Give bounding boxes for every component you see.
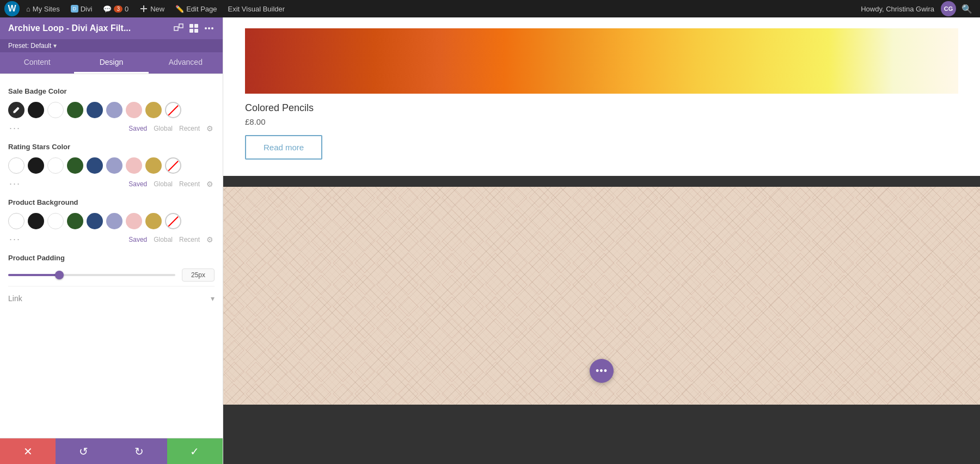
divi-label: Divi [81, 5, 93, 13]
product-name: Colored Pencils [245, 102, 958, 114]
color-swatch-gold[interactable] [145, 102, 162, 118]
undo-button[interactable]: ↺ [56, 438, 111, 464]
plus-icon [139, 4, 148, 13]
new-menu[interactable]: New [135, 0, 169, 17]
search-icon[interactable]: 🔍 [958, 4, 976, 14]
rating-stars-color-grid [8, 157, 215, 174]
svg-point-10 [211, 27, 213, 29]
product-bg-color-picker[interactable] [8, 213, 24, 229]
divi-menu[interactable]: D Divi [66, 0, 97, 17]
rating-stars-section-title: Rating Stars Color [8, 143, 215, 151]
maximize-icon[interactable] [173, 23, 184, 34]
comments-menu[interactable]: 💬 3 0 [99, 0, 133, 17]
svg-rect-5 [194, 24, 198, 28]
rating-swatch-white[interactable] [47, 157, 64, 174]
preset-label: Preset: Default [8, 42, 51, 50]
svg-point-9 [208, 27, 210, 29]
main-layout: Archive Loop - Divi Ajax Filt... Preset:… [0, 17, 980, 464]
rating-swatch-gold[interactable] [145, 157, 162, 174]
product-bg-global[interactable]: Global [154, 236, 173, 243]
rating-swatch-transparent[interactable] [165, 157, 181, 174]
tab-content[interactable]: Content [0, 52, 74, 74]
product-bg-swatch-lavender[interactable] [106, 213, 122, 229]
cancel-button[interactable]: ✕ [0, 438, 56, 464]
product-bg-saved[interactable]: Saved [128, 236, 147, 243]
more-options-icon[interactable] [204, 23, 215, 34]
tab-advanced[interactable]: Advanced [149, 52, 223, 74]
rating-swatch-dark-green[interactable] [67, 157, 83, 174]
sale-badge-dots[interactable]: ··· [9, 123, 21, 134]
sale-badge-global[interactable]: Global [154, 125, 173, 132]
avatar: CG [941, 1, 956, 16]
product-bg-recent[interactable]: Recent [179, 236, 200, 243]
product-bg-dots[interactable]: ··· [9, 234, 21, 245]
rating-global[interactable]: Global [154, 180, 173, 188]
color-swatch-light-pink[interactable] [126, 102, 142, 118]
svg-rect-7 [194, 29, 198, 33]
product-bg-swatch-light-pink[interactable] [126, 213, 142, 229]
color-swatch-lavender[interactable] [106, 102, 122, 118]
product-image [245, 28, 958, 94]
comment-zero: 0 [125, 5, 128, 13]
product-bg-swatch-white[interactable] [47, 213, 64, 229]
panel-title: Archive Loop - Divi Ajax Filt... [8, 23, 131, 33]
product-bg-swatch-gold[interactable] [145, 213, 162, 229]
slider-value[interactable]: 25px [182, 268, 215, 282]
color-swatch-white[interactable] [47, 102, 64, 118]
rating-recent[interactable]: Recent [179, 180, 200, 188]
sale-badge-gear[interactable]: ⚙ [206, 124, 213, 133]
panel-header-icons [173, 23, 215, 34]
slider-track[interactable] [8, 274, 175, 276]
floating-dots-button[interactable]: ••• [590, 359, 614, 383]
tab-design[interactable]: Design [74, 52, 148, 74]
exit-visual-builder[interactable]: Exit Visual Builder [224, 0, 290, 17]
bottom-action-bar: ✕ ↺ ↻ ✓ [0, 438, 223, 464]
rating-saved[interactable]: Saved [128, 180, 147, 188]
product-bg-gear[interactable]: ⚙ [206, 235, 213, 244]
product-bg-swatch-navy[interactable] [87, 213, 103, 229]
tabs: Content Design Advanced [0, 52, 223, 74]
product-bg-swatch-dark-green[interactable] [67, 213, 83, 229]
product-price: £8.00 [245, 117, 958, 126]
pencil-icon-3 [13, 217, 20, 225]
product-section: Colored Pencils £8.00 Read more [223, 17, 980, 176]
color-swatch-transparent[interactable] [165, 102, 181, 118]
rating-swatch-lavender[interactable] [106, 157, 122, 174]
slider-thumb[interactable] [55, 271, 64, 279]
pencil-icon-2 [13, 162, 20, 169]
save-button[interactable]: ✓ [167, 438, 223, 464]
svg-rect-2 [174, 27, 178, 30]
wordpress-icon[interactable]: W [4, 1, 20, 16]
product-bg-swatch-transparent[interactable] [165, 213, 181, 229]
rating-swatch-navy[interactable] [87, 157, 103, 174]
sale-badge-recent[interactable]: Recent [179, 125, 200, 132]
user-greeting[interactable]: Howdy, Christina Gwira [856, 0, 939, 17]
link-title: Link [8, 294, 22, 303]
color-swatch-dark-green[interactable] [67, 102, 83, 118]
redo-button[interactable]: ↻ [112, 438, 167, 464]
rating-gear[interactable]: ⚙ [206, 180, 213, 188]
rating-stars-color-picker[interactable] [8, 157, 24, 174]
read-more-button[interactable]: Read more [245, 135, 322, 160]
svg-rect-3 [179, 24, 183, 28]
svg-rect-1 [140, 8, 147, 9]
my-sites-menu[interactable]: ⌂ My Sites [22, 0, 64, 17]
product-bg-color-grid [8, 213, 215, 229]
rating-swatch-black[interactable] [28, 157, 44, 174]
rating-swatch-light-pink[interactable] [126, 157, 142, 174]
edit-page-menu[interactable]: ✏️ Edit Page [171, 0, 221, 17]
pencil-icon [13, 106, 20, 114]
rating-stars-dots[interactable]: ··· [9, 178, 21, 190]
my-sites-label: My Sites [33, 5, 60, 13]
color-swatch-navy[interactable] [87, 102, 103, 118]
sale-badge-saved[interactable]: Saved [128, 125, 147, 132]
product-bg-meta-links: Saved Global Recent ⚙ [128, 235, 213, 244]
rating-stars-meta-links: Saved Global Recent ⚙ [128, 180, 213, 188]
grid-icon[interactable] [188, 23, 199, 34]
sale-badge-color-picker[interactable] [8, 102, 24, 118]
admin-bar: W ⌂ My Sites D Divi 💬 3 0 New ✏️ Edit Pa… [0, 0, 980, 17]
color-swatch-black[interactable] [28, 102, 44, 118]
product-bg-swatch-black[interactable] [28, 213, 44, 229]
link-collapsible-header[interactable]: Link ▾ [8, 286, 215, 310]
sale-badge-meta-links: Saved Global Recent ⚙ [128, 124, 213, 133]
